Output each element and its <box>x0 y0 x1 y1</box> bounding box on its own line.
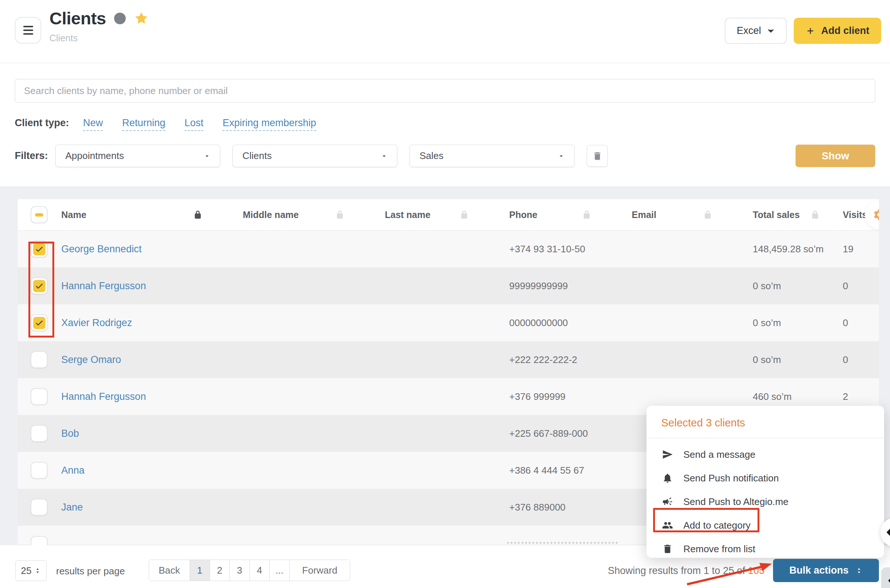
phone-cell: +376 889000 <box>504 502 627 513</box>
client-type-link[interactable]: Lost <box>185 117 203 131</box>
filters-row: Filters: Appointments Clients Sales <box>15 145 587 167</box>
client-name-link[interactable]: Jane <box>61 502 83 513</box>
header-divider <box>0 63 890 63</box>
column-header[interactable]: Last name <box>380 209 504 220</box>
client-name-link[interactable]: Hannah Fergusson <box>61 391 146 402</box>
row-checkbox[interactable] <box>31 536 48 545</box>
client-name-link[interactable]: Anna <box>61 465 84 476</box>
trash-icon <box>662 543 673 554</box>
total-sales-cell: 148,459.28 so’m <box>747 243 837 255</box>
column-label: Middle name <box>243 210 299 220</box>
clear-filters-button[interactable] <box>587 145 608 167</box>
filter-dropdown[interactable]: Clients <box>233 145 398 167</box>
pagination-page-4[interactable]: 4 <box>250 560 270 580</box>
dropdown-caret-icon <box>558 153 564 159</box>
pagination-page-...[interactable]: ... <box>270 560 290 580</box>
collapse-sidebar-button[interactable] <box>881 567 890 588</box>
table-row: George Bennedict +374 93 31-10-50 148,45… <box>18 231 879 267</box>
show-button[interactable]: Show <box>795 145 875 167</box>
client-type-link[interactable]: Returning <box>122 117 165 131</box>
updown-icon <box>34 567 41 574</box>
info-icon[interactable] <box>113 12 126 25</box>
megaphone-icon <box>662 496 673 507</box>
column-header[interactable]: Middle name <box>238 209 380 220</box>
total-sales-cell: 0 so’m <box>747 317 837 328</box>
lock-icon[interactable] <box>703 209 713 220</box>
pagination-page-3[interactable]: 3 <box>230 560 250 580</box>
results-per-page-select[interactable]: 25 <box>15 560 47 581</box>
showing-results-text: Showing results from 1 to 25 of 105 <box>608 565 764 577</box>
popup-menu-item[interactable]: Remove from list <box>647 537 884 561</box>
column-label: Visits <box>843 210 867 220</box>
filter-dropdown-value: Sales <box>420 150 444 162</box>
filter-dropdown-value: Appointments <box>65 150 124 162</box>
visits-cell: 0 <box>837 354 879 366</box>
total-sales-cell: 0 so’m <box>747 354 837 366</box>
popup-title: Selected 3 clients <box>647 406 884 438</box>
lock-icon[interactable] <box>193 209 203 220</box>
pagination-page-2[interactable]: 2 <box>210 560 230 580</box>
excel-export-button[interactable]: Excel <box>725 18 787 44</box>
dropdown-caret-icon <box>381 153 387 159</box>
bulk-actions-label: Bulk actions <box>789 565 849 576</box>
bulk-actions-button[interactable]: Bulk actions <box>773 559 879 582</box>
per-page-value: 25 <box>21 565 32 577</box>
visits-cell: 0 <box>837 280 879 292</box>
pagination: Back1234...Forward <box>149 560 350 581</box>
lock-icon[interactable] <box>582 209 591 220</box>
row-checkbox[interactable] <box>31 425 48 442</box>
add-client-button[interactable]: Add client <box>794 18 881 44</box>
pagination-forward-button[interactable]: Forward <box>290 560 350 580</box>
column-label: Name <box>61 210 86 220</box>
popup-item-label: Send Push notification <box>683 472 779 484</box>
visits-cell: 2 <box>837 391 879 402</box>
row-checkbox[interactable] <box>31 351 48 368</box>
row-checkbox[interactable] <box>31 314 48 331</box>
table-row: Serge Omaro +222 222-222-2 0 so’m 0 <box>18 341 879 378</box>
lock-icon[interactable] <box>810 209 820 220</box>
lock-icon[interactable] <box>335 209 345 220</box>
client-name-link[interactable]: Serge Omaro <box>61 354 121 365</box>
client-name-link[interactable]: Bob <box>61 428 79 439</box>
check-icon <box>35 244 44 254</box>
breadcrumb: Clients <box>50 33 149 44</box>
row-checkbox[interactable] <box>31 240 48 258</box>
chevron-down-icon <box>767 27 775 35</box>
phone-cell: 00000000000 <box>504 317 627 328</box>
lock-icon[interactable] <box>459 209 469 220</box>
favorite-star-icon[interactable] <box>134 11 149 26</box>
table-row: Hannah Fergusson 99999999999 0 so’m 0 <box>18 267 879 304</box>
client-type-link[interactable]: Expiring membership <box>222 117 316 131</box>
updown-icon <box>855 567 863 574</box>
filter-dropdown[interactable]: Sales <box>410 145 575 167</box>
client-name-link[interactable]: Hannah Fergusson <box>61 280 146 291</box>
pagination-page-1[interactable]: 1 <box>190 560 210 580</box>
add-client-label: Add client <box>821 25 869 36</box>
popup-menu-item[interactable]: Add to category <box>647 513 884 537</box>
row-checkbox[interactable] <box>31 278 48 294</box>
client-type-link[interactable]: New <box>83 117 103 131</box>
visits-cell: 0 <box>837 317 879 328</box>
popup-menu-item[interactable]: Send Push to Altegio.me <box>647 490 884 513</box>
hamburger-menu-button[interactable] <box>15 17 41 44</box>
popup-item-label: Remove from list <box>683 543 755 555</box>
column-label: Phone <box>509 210 537 220</box>
pagination-back-button[interactable]: Back <box>149 560 190 580</box>
row-checkbox[interactable] <box>31 388 48 405</box>
phone-cell: +374 93 31-10-50 <box>504 243 627 255</box>
column-header[interactable]: Total sales <box>747 209 837 220</box>
filter-dropdown[interactable]: Appointments <box>56 145 220 167</box>
bell-icon <box>662 472 673 484</box>
column-header[interactable]: Phone <box>504 209 627 220</box>
popup-menu-item[interactable]: Send a message <box>647 442 884 466</box>
search-input[interactable] <box>15 79 875 102</box>
column-header[interactable]: Name <box>56 209 238 220</box>
select-all-checkbox[interactable] <box>31 206 48 223</box>
column-header[interactable]: Email <box>627 209 747 220</box>
row-checkbox[interactable] <box>31 499 48 516</box>
client-name-link[interactable]: George Bennedict <box>61 243 142 255</box>
client-name-link[interactable]: Xavier Rodrigez <box>61 317 132 328</box>
row-checkbox[interactable] <box>31 462 48 479</box>
table-header-row: Name Middle name Last name Phone Email T… <box>18 199 879 231</box>
popup-menu-item[interactable]: Send Push notification <box>647 466 884 490</box>
